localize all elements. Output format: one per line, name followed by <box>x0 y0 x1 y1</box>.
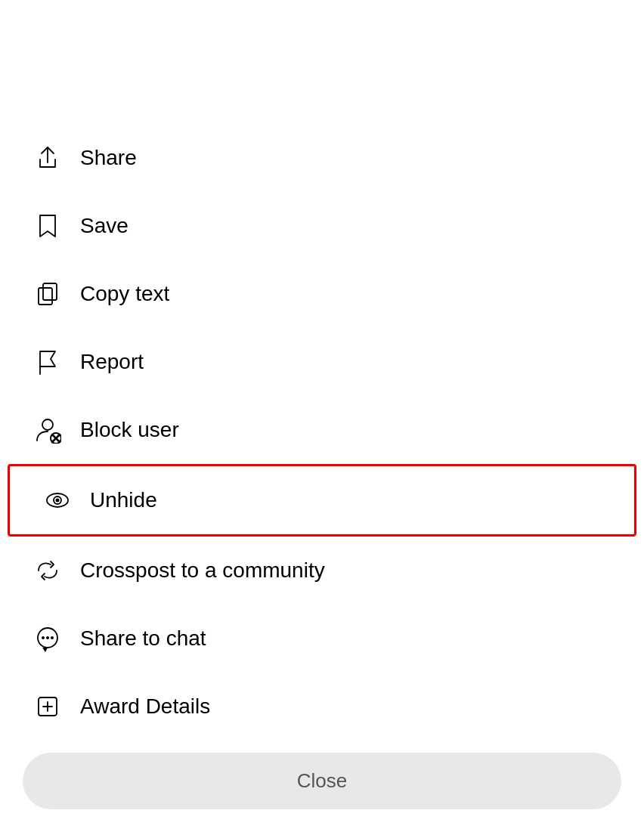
menu-item-save[interactable]: Save <box>0 192 644 260</box>
menu-item-block-user[interactable]: Block user <box>0 396 644 464</box>
menu-item-unhide-label: Unhide <box>90 488 157 512</box>
menu-item-report[interactable]: Report <box>0 328 644 396</box>
share-icon <box>30 141 65 175</box>
report-icon <box>30 345 65 379</box>
menu-item-crosspost[interactable]: Crosspost to a community <box>0 537 644 605</box>
svg-point-11 <box>42 636 45 639</box>
menu-item-copy-text-label: Copy text <box>80 282 169 306</box>
award-details-icon <box>30 689 65 724</box>
share-to-chat-icon <box>30 621 65 656</box>
menu-item-unhide[interactable]: Unhide <box>8 464 636 537</box>
copy-text-icon <box>30 277 65 311</box>
svg-point-13 <box>51 636 54 639</box>
action-menu: Share Save Copy text Report <box>0 109 644 832</box>
save-icon <box>30 209 65 243</box>
menu-item-report-label: Report <box>80 350 144 374</box>
menu-item-share-to-chat[interactable]: Share to chat <box>0 605 644 673</box>
menu-item-crosspost-label: Crosspost to a community <box>80 558 325 583</box>
svg-rect-1 <box>39 288 52 305</box>
menu-item-award-details-label: Award Details <box>80 694 210 719</box>
menu-item-share[interactable]: Share <box>0 124 644 192</box>
menu-item-save-label: Save <box>80 214 128 238</box>
menu-item-award-details[interactable]: Award Details <box>0 673 644 741</box>
menu-item-block-user-label: Block user <box>80 418 179 442</box>
unhide-icon <box>40 483 75 518</box>
menu-item-share-to-chat-label: Share to chat <box>80 626 206 651</box>
menu-item-copy-text[interactable]: Copy text <box>0 260 644 328</box>
close-button[interactable]: Close <box>23 753 621 809</box>
menu-item-share-label: Share <box>80 146 137 170</box>
svg-point-12 <box>46 636 49 639</box>
svg-rect-0 <box>43 283 57 300</box>
block-user-icon <box>30 413 65 447</box>
svg-point-9 <box>56 499 60 503</box>
crosspost-icon <box>30 553 65 588</box>
svg-point-3 <box>42 419 53 430</box>
